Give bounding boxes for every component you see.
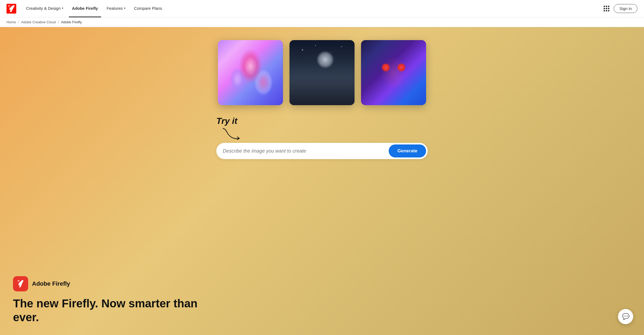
nav-item-creativity[interactable]: Creativity & Design ▾ [23,0,67,17]
nav-item-features[interactable]: Features ▾ [103,0,128,17]
try-it-section: Try it Generate [216,116,428,159]
firefly-app-icon [13,276,28,291]
chevron-down-icon: ▾ [124,7,125,10]
tagline: The new Firefly. Now smarter than ever. [13,297,203,324]
nav-item-firefly[interactable]: Adobe Firefly [69,0,101,17]
chevron-down-icon: ▾ [62,7,63,10]
image-gallery [218,40,426,105]
breadcrumb-home[interactable]: Home [7,20,16,24]
firefly-app-name: Adobe Firefly [32,280,70,287]
try-it-label: Try it [216,116,237,126]
adobe-logo[interactable] [7,4,16,14]
search-input[interactable] [223,148,389,154]
firefly-logo-svg [16,279,25,288]
curved-arrow-wrapper [222,127,243,141]
breadcrumb-creative-cloud[interactable]: Adobe Creative Cloud [21,20,56,24]
chat-icon: 💬 [622,313,629,320]
breadcrumb: Home / Adobe Creative Cloud / Adobe Fire… [0,17,644,27]
gallery-image-moon [289,40,355,105]
gallery-image-flowers [218,40,283,105]
breadcrumb-current: Adobe Firefly [61,20,82,24]
sign-in-button[interactable]: Sign in [614,4,637,13]
brand-section: Adobe Firefly The new Firefly. Now smart… [13,276,203,324]
app-switcher-icon[interactable] [604,6,609,11]
curved-arrow-icon [222,127,243,141]
generate-button[interactable]: Generate [389,144,426,157]
breadcrumb-separator-2: / [58,20,59,24]
navbar-right: Sign in [604,4,637,13]
nav-items: Creativity & Design ▾ Adobe Firefly Feat… [23,0,604,17]
nav-item-compare-plans[interactable]: Compare Plans [131,0,165,17]
navbar: Creativity & Design ▾ Adobe Firefly Feat… [0,0,644,17]
search-container: Generate [216,143,428,159]
gallery-image-owl [361,40,426,105]
breadcrumb-separator-1: / [18,20,19,24]
firefly-brand: Adobe Firefly [13,276,203,291]
chat-support-button[interactable]: 💬 [618,309,633,324]
hero-section: Try it Generate Adobe Firefly The new F [0,27,644,335]
